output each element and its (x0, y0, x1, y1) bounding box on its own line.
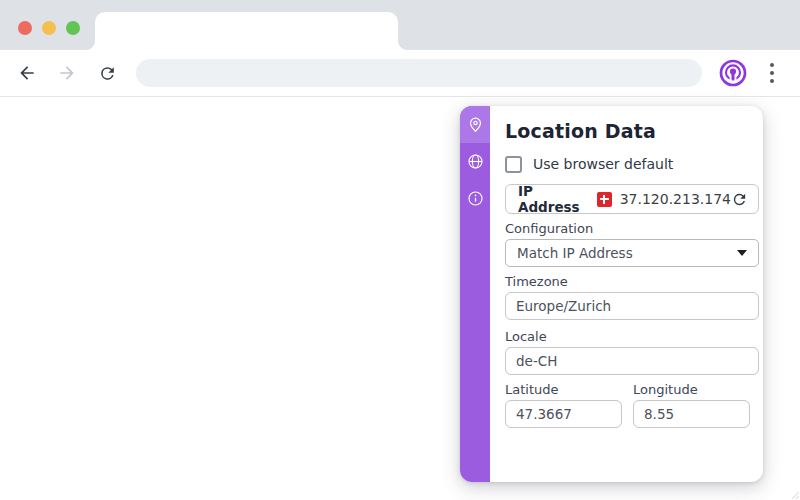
address-bar[interactable] (136, 59, 702, 87)
sidebar-tab-info[interactable] (460, 180, 490, 217)
latitude-label: Latitude (505, 382, 622, 397)
popup-content: Location Data Use browser default IP Add… (490, 106, 772, 482)
chevron-down-icon (737, 250, 747, 256)
zoom-window-button[interactable] (66, 21, 80, 35)
latitude-input[interactable] (505, 400, 622, 428)
minimize-window-button[interactable] (42, 21, 56, 35)
globe-icon (467, 153, 484, 170)
longitude-input[interactable] (633, 400, 750, 428)
locale-label: Locale (505, 329, 759, 344)
browser-menu-button[interactable] (763, 59, 781, 87)
close-window-button[interactable] (18, 21, 32, 35)
forward-button[interactable] (50, 56, 84, 90)
swiss-flag-icon (597, 192, 612, 207)
configuration-value: Match IP Address (517, 245, 633, 261)
window-controls (18, 21, 80, 35)
resize-grip-icon (789, 489, 799, 499)
info-icon (467, 190, 484, 207)
kebab-dot (770, 63, 774, 67)
browser-toolbar (0, 50, 800, 97)
refresh-ip-button[interactable] (731, 191, 748, 208)
use-browser-default-label: Use browser default (533, 156, 673, 172)
longitude-label: Longitude (633, 382, 750, 397)
ip-address-row: IP Address 37.120.213.174 (505, 184, 759, 214)
latitude-group: Latitude (505, 375, 622, 428)
extension-popup: Location Data Use browser default IP Add… (460, 106, 763, 482)
reload-icon (98, 64, 117, 83)
back-button[interactable] (10, 56, 44, 90)
use-browser-default-checkbox[interactable] (505, 156, 522, 173)
kebab-dot (770, 79, 774, 83)
timezone-label: Timezone (505, 274, 759, 289)
timezone-input[interactable] (505, 292, 759, 320)
locale-input[interactable] (505, 347, 759, 375)
configuration-label: Configuration (505, 221, 759, 236)
configuration-select[interactable]: Match IP Address (505, 239, 759, 267)
ip-address-value: 37.120.213.174 (620, 191, 731, 207)
reload-button[interactable] (90, 56, 124, 90)
page-title: Location Data (505, 119, 759, 143)
vytal-logo-icon (719, 59, 747, 87)
kebab-dot (770, 71, 774, 75)
ip-address-label: IP Address (518, 183, 580, 215)
extension-icon[interactable] (719, 59, 747, 87)
use-browser-default-row: Use browser default (505, 154, 759, 174)
sidebar-tab-globe[interactable] (460, 143, 490, 180)
popup-sidebar (460, 106, 490, 482)
refresh-icon (731, 191, 748, 208)
location-pin-icon (467, 116, 484, 133)
browser-tab[interactable] (95, 12, 398, 50)
sidebar-tab-location[interactable] (460, 106, 490, 143)
back-arrow-icon (17, 63, 37, 83)
longitude-group: Longitude (633, 375, 750, 428)
lat-lng-row: Latitude Longitude (505, 375, 759, 428)
forward-arrow-icon (57, 63, 77, 83)
tab-strip (0, 0, 800, 50)
